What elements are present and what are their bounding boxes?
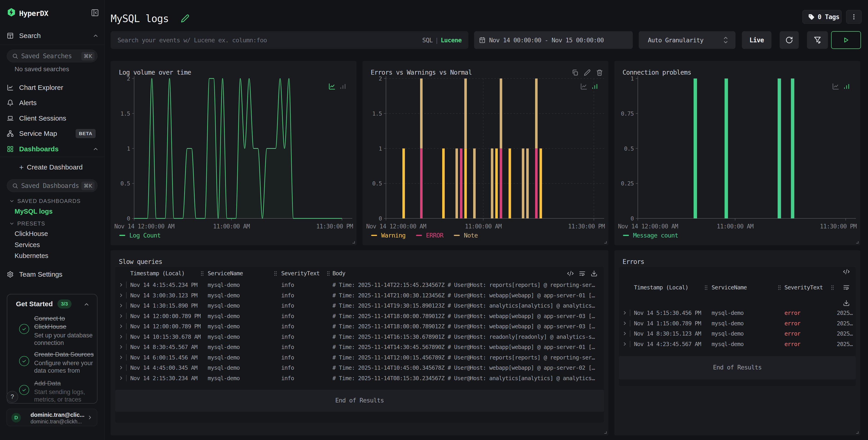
column-drag-handle[interactable] [704,284,709,290]
query-language-toggle[interactable]: SQL|Lucene [422,37,462,44]
column-drag-handle[interactable] [273,271,278,276]
panel-resize-handle[interactable] [603,240,607,243]
run-query-button[interactable] [831,31,861,49]
get-started-header[interactable]: Get Started 3/3 [16,299,71,308]
sidebar-item-client-sessions[interactable]: Client Sessions [0,111,105,126]
row-expand-chevron[interactable] [118,365,124,370]
sidebar-item-team-settings[interactable]: Team Settings [0,267,105,282]
saved-searches-input[interactable]: Saved Searches ⌘K [7,49,97,62]
sidebar-item-kubernetes[interactable]: Kubernetes [14,251,48,261]
chart-canvas[interactable]: 00.250.50.751Nov 14 12:00:00 AM11:00:00 … [614,61,860,245]
table-row[interactable]: Nov 14 6:00:15.456 AMmysql-demoinfo# Tim… [115,352,604,363]
wrap-text-icon[interactable] [843,284,850,291]
code-view-icon[interactable] [567,270,574,277]
legend-item[interactable]: Note [454,232,478,239]
row-expand-chevron[interactable] [118,313,124,319]
granularity-select[interactable]: Auto Granularity [639,31,736,49]
download-icon[interactable] [843,300,850,306]
row-expand-chevron[interactable] [118,344,124,350]
code-view-icon[interactable] [843,268,850,275]
row-expand-chevron[interactable] [118,282,124,287]
sql-toggle[interactable]: SQL [422,37,433,44]
table-row[interactable]: Nov 14 8:30:45.567 AMmysql-demoinfo# Tim… [115,342,604,352]
row-expand-chevron[interactable] [118,334,124,339]
bar-chart-mode-icon[interactable] [843,83,850,90]
row-expand-chevron[interactable] [622,341,627,347]
legend-item[interactable]: Log Count [119,232,160,239]
sidebar-item-services[interactable]: Services [14,240,40,250]
wrap-text-icon[interactable] [579,270,586,277]
sidebar-item-chart-explorer[interactable]: Chart Explorer [0,80,105,95]
table-row[interactable]: Nov 14 8:30:15.123 AMmysql-demoerror2025… [619,328,856,339]
lucene-toggle[interactable]: Lucene [441,37,462,44]
saved-dashboards-section-header[interactable]: SAVED DASHBOARDS [9,197,81,206]
row-expand-chevron[interactable] [622,320,627,326]
column-header[interactable]: Timestamp (Local) [634,284,688,291]
column-header[interactable]: Body [333,270,345,277]
sidebar-item-alerts[interactable]: Alerts [0,95,105,110]
column-drag-handle[interactable] [830,284,835,290]
column-header[interactable]: Timestamp (Local) [130,270,185,277]
sidebar-item-search[interactable]: Search [0,28,105,43]
filter-button[interactable] [807,31,828,49]
row-expand-chevron[interactable] [118,293,124,298]
line-chart-mode-icon[interactable] [328,83,336,90]
column-header[interactable]: ServiceName [712,284,747,291]
panel-resize-handle[interactable] [855,430,859,434]
help-button[interactable]: ? [6,391,18,403]
row-expand-chevron[interactable] [118,303,124,308]
panel-resize-handle[interactable] [855,240,859,243]
sidebar-item-mysql-logs[interactable]: MySQL logs [14,206,53,216]
legend-item[interactable]: Message count [623,232,678,239]
row-expand-chevron[interactable] [622,331,627,336]
legend-item[interactable]: ERROR [416,232,443,239]
live-button[interactable]: Live [742,31,771,49]
refresh-button[interactable] [780,31,799,49]
table-row[interactable]: Nov 14 1:15:00.789 PMmysql-demoerror2025… [619,318,856,329]
table-row[interactable]: Nov 14 4:23:45.567 AMmysql-demoerror2025… [619,339,856,349]
edit-title-pencil-icon[interactable] [181,14,189,23]
bar-chart-mode-icon[interactable] [339,83,347,90]
panel-resize-handle[interactable] [603,430,607,434]
column-header[interactable]: SeverityText [784,284,823,291]
column-header[interactable]: SeverityText [281,270,320,277]
chevron-up-icon[interactable] [92,146,99,152]
legend-item[interactable]: Warning [371,232,406,239]
table-row[interactable]: Nov 14 5:15:30.456 PMmysql-demoerror2025… [619,308,856,318]
table-row[interactable]: Nov 14 12:00:00.789 PMmysql-demoinfo# Ti… [115,321,604,332]
column-header[interactable]: ServiceName [208,270,243,277]
table-row[interactable]: Nov 14 10:15:30.678 AMmysql-demoinfo# Ti… [115,332,604,342]
event-search-input[interactable]: Search your events w/ Lucene ex. column:… [111,31,468,49]
row-expand-chevron[interactable] [118,355,124,360]
presets-section-header[interactable]: PRESETS [9,219,45,228]
sidebar-item-clickhouse[interactable]: ClickHouse [14,229,48,239]
create-dashboard-button[interactable]: + Create Dashboard [19,162,83,172]
line-chart-mode-icon[interactable] [580,83,587,90]
table-row[interactable]: Nov 14 1:30:15.890 PMmysql-demoinfo# Tim… [115,300,604,311]
time-range-picker[interactable]: Nov 14 00:00:00 - Nov 15 00:00:00 [474,31,633,49]
sidebar-item-service-map[interactable]: Service Map BETA [0,126,105,141]
table-row[interactable]: Nov 14 4:45:00.345 AMmysql-demoinfo# Tim… [115,363,604,373]
chart-canvas[interactable]: 00.511.52Nov 14 12:00:00 AM11:00:00 AM11… [111,61,356,245]
column-drag-handle[interactable] [200,271,205,276]
bar-chart-mode-icon[interactable] [591,83,598,90]
download-icon[interactable] [591,270,597,277]
panel-resize-handle[interactable] [351,240,355,243]
sidebar-item-dashboards[interactable]: Dashboards [0,141,105,157]
row-expand-chevron[interactable] [622,310,627,315]
more-menu-button[interactable] [846,10,862,24]
column-drag-handle[interactable] [326,271,331,276]
row-expand-chevron[interactable] [118,324,124,329]
table-row[interactable]: Nov 14 4:15:45.234 PMmysql-demoinfo# Tim… [115,280,604,290]
chevron-up-icon[interactable] [92,33,99,39]
column-drag-handle[interactable] [777,284,782,290]
table-row[interactable]: Nov 14 3:00:30.123 PMmysql-demoinfo# Tim… [115,290,604,301]
saved-dashboards-input[interactable]: Saved Dashboards ⌘K [7,179,97,192]
tags-button[interactable]: 0 Tags [802,10,842,24]
table-row[interactable]: Nov 14 12:00:00.789 PMmysql-demoinfo# Ti… [115,311,604,321]
chevron-up-icon[interactable] [83,301,90,308]
line-chart-mode-icon[interactable] [832,83,839,90]
sidebar-collapse-icon[interactable] [91,9,99,17]
user-menu[interactable]: D dominic.tran@clic... dominic.tran@clic… [7,409,97,426]
chart-canvas[interactable]: 00.511.52Nov 14 12:00:00 AM11:00:00 AM11… [363,61,609,245]
